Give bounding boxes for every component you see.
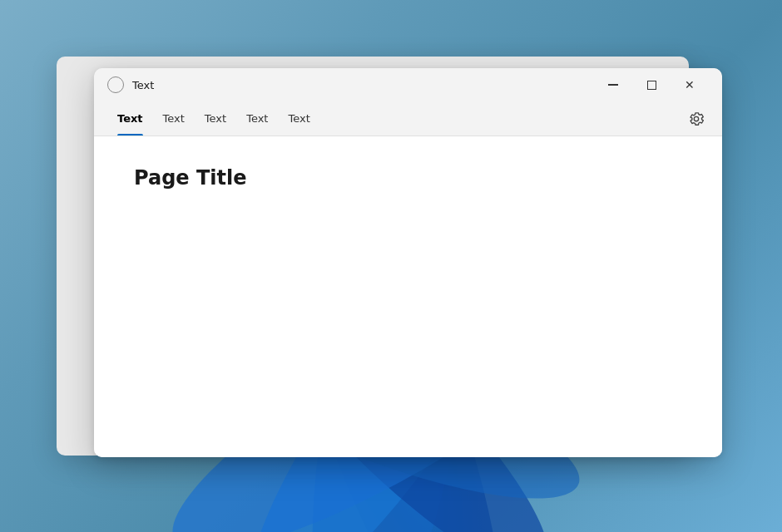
content-area: Page Title [94, 136, 722, 457]
tab-label-0: Text [117, 112, 143, 125]
tab-label-3: Text [246, 112, 268, 125]
tab-bar: Text Text Text Text Text [94, 101, 722, 136]
tab-item-4[interactable]: Text [278, 101, 319, 135]
page-title: Page Title [134, 166, 682, 190]
minimize-icon [608, 84, 618, 86]
close-button[interactable]: ✕ [671, 71, 709, 98]
app-icon [107, 76, 124, 93]
tab-label-1: Text [163, 112, 185, 125]
close-icon: ✕ [685, 79, 695, 91]
title-bar: Text ✕ [94, 68, 722, 101]
window-title: Text [132, 79, 594, 91]
tab-item-1[interactable]: Text [153, 101, 195, 135]
tab-item-3[interactable]: Text [236, 101, 278, 135]
tab-label-4: Text [288, 112, 309, 125]
window-controls: ✕ [594, 71, 709, 98]
tab-item-2[interactable]: Text [195, 101, 236, 135]
minimize-button[interactable] [594, 71, 632, 98]
tab-item-0[interactable]: Text [107, 101, 153, 135]
maximize-button[interactable] [632, 71, 671, 98]
gear-icon [689, 111, 704, 126]
main-window: Text ✕ Text Text Text Text Text [94, 68, 722, 457]
tab-label-2: Text [205, 112, 226, 125]
maximize-icon [647, 81, 656, 90]
settings-button[interactable] [684, 106, 709, 131]
